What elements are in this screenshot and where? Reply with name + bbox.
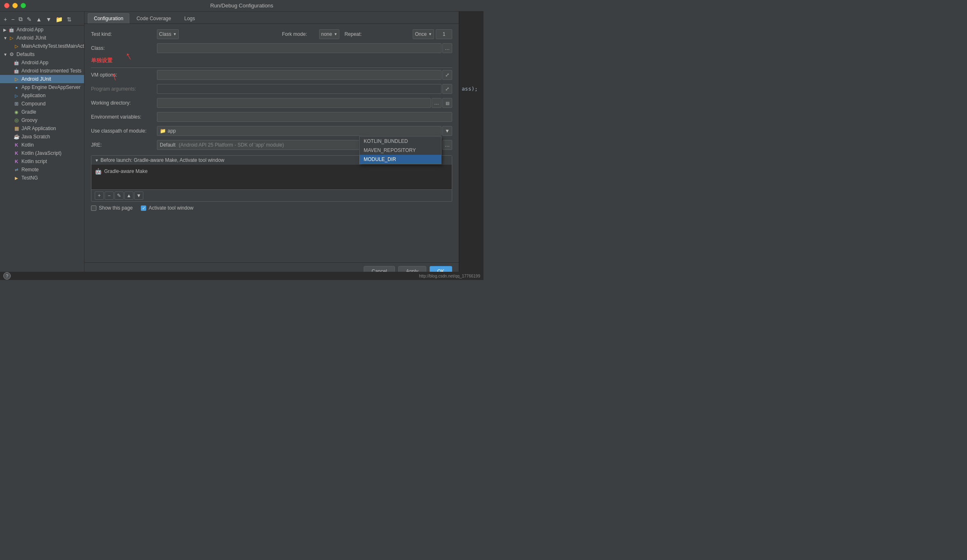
tree-item-app-engine[interactable]: ● App Engine DevAppServer — [0, 83, 84, 91]
tree-item-defaults[interactable]: ▼ ⚙ Defaults — [0, 50, 84, 58]
fork-mode-dropdown[interactable]: none ▼ — [319, 29, 340, 39]
tree-item-testng[interactable]: ▶ TestNG — [0, 174, 84, 182]
gradle-icon-before: 🤖 — [95, 168, 102, 175]
tree-item-mainactivity-test[interactable]: ▷ MainActivityTest.testMainActivity — [0, 42, 84, 50]
before-launch-item-gradle: 🤖 Gradle-aware Make — [95, 167, 448, 175]
tree-item-kotlin[interactable]: K Kotlin — [0, 141, 84, 149]
repeat-count-input[interactable] — [436, 29, 452, 39]
tree-item-kotlin-script[interactable]: K Kotlin script — [0, 157, 84, 166]
classpath-module-arrow[interactable]: ▼ — [442, 126, 452, 136]
tree-item-compound[interactable]: ⊞ Compound — [0, 100, 84, 108]
working-dir-browse-button[interactable]: … — [432, 98, 441, 108]
jre-browse-button[interactable]: … — [442, 140, 452, 150]
tab-code-coverage[interactable]: Code Coverage — [130, 13, 177, 23]
annotation-label-single: 单独设置 — [91, 57, 452, 64]
blog-url: http://blog.csdn.net/qq_17766199 — [419, 274, 480, 278]
show-page-checkbox[interactable] — [91, 205, 96, 211]
minimize-button[interactable] — [12, 3, 18, 8]
groovy-icon: ◎ — [13, 117, 20, 124]
working-dir-input[interactable] — [157, 98, 431, 108]
program-args-expand-button[interactable]: ⤢ — [442, 84, 452, 94]
before-launch-arrow: ▼ — [95, 158, 99, 163]
class-input[interactable] — [157, 43, 441, 53]
class-label: Class: — [91, 45, 157, 51]
tree-item-jar[interactable]: ▦ JAR Application — [0, 124, 84, 133]
show-page-check-item[interactable]: Show this page — [91, 205, 133, 211]
env-vars-label: Environment variables: — [91, 114, 157, 120]
fork-mode-value: none — [321, 31, 332, 37]
bl-up-button[interactable]: ▲ — [124, 191, 133, 200]
env-vars-input[interactable] — [157, 112, 452, 122]
tree-label: Android Instrumented Tests — [21, 68, 82, 74]
add-config-button[interactable]: + — [2, 15, 8, 23]
bl-edit-button[interactable]: ✎ — [114, 191, 124, 200]
popup-item-kotlin-bundled[interactable]: KOTLIN_BUNDLED — [360, 137, 441, 146]
move-up-button[interactable]: ▲ — [35, 15, 43, 23]
gradle-icon: ◉ — [13, 109, 20, 115]
folder-button[interactable]: 📁 — [54, 15, 64, 23]
main-layout: + − ⧉ ✎ ▲ ▼ 📁 ⇅ ▶ 🤖 Android App ▼ ▷ Andr… — [0, 12, 484, 280]
copy-config-button[interactable]: ⧉ — [17, 15, 24, 23]
android-icon: 🤖 — [13, 59, 20, 66]
tree-item-java-scratch[interactable]: ☕ Java Scratch — [0, 133, 84, 141]
class-row: Class: … — [91, 43, 452, 54]
divider-1 — [91, 68, 452, 68]
tab-configuration[interactable]: Configuration — [88, 13, 129, 23]
vm-options-input[interactable] — [157, 70, 441, 80]
repeat-dropdown[interactable]: Once ▼ — [413, 29, 434, 39]
classpath-module-label: Use classpath of module: — [91, 128, 157, 134]
bl-down-button[interactable]: ▼ — [134, 191, 143, 200]
help-button[interactable]: ? — [3, 272, 11, 280]
gradle-make-label: Gradle-aware Make — [104, 168, 147, 174]
tree-label: App Engine DevAppServer — [21, 84, 80, 90]
tree-label: Remote — [21, 167, 39, 173]
move-down-button[interactable]: ▼ — [44, 15, 53, 23]
test-kind-dropdown[interactable]: Class ▼ — [157, 29, 179, 39]
activate-tool-window-checkbox[interactable]: ✓ — [141, 205, 146, 211]
kotlin-script-icon: K — [13, 158, 20, 165]
close-button[interactable] — [4, 3, 9, 8]
tree-label: Java Scratch — [21, 134, 50, 140]
edit-config-button[interactable]: ✎ — [26, 15, 33, 23]
classpath-module-dropdown[interactable]: 📁 app — [157, 126, 441, 136]
folder-icon: 📁 — [160, 128, 166, 134]
program-args-row: Program arguments: ⤢ — [91, 84, 452, 94]
tree-label: Android JUnit — [16, 35, 46, 41]
remote-icon: ⇌ — [13, 166, 20, 173]
dropdown-arrow-repeat: ▼ — [428, 32, 432, 36]
working-dir-macro-button[interactable]: ▤ — [442, 98, 452, 108]
vm-options-expand-button[interactable]: ⤢ — [442, 70, 452, 80]
tree-item-android-app[interactable]: ▶ 🤖 Android App — [0, 26, 84, 34]
defaults-icon: ⚙ — [8, 51, 15, 58]
tree-item-default-android-app[interactable]: 🤖 Android App — [0, 58, 84, 67]
sort-button[interactable]: ⇅ — [65, 15, 73, 23]
tree-item-groovy[interactable]: ◎ Groovy — [0, 116, 84, 124]
tree-label: Android App — [16, 27, 43, 33]
single-config-annotation: 单独设置 — [91, 57, 112, 63]
bl-remove-button[interactable]: − — [105, 191, 114, 200]
activate-tool-window-check-item[interactable]: ✓ Activate tool window — [141, 205, 194, 211]
remove-config-button[interactable]: − — [10, 15, 16, 23]
maximize-button[interactable] — [21, 3, 26, 8]
tree-item-application[interactable]: ▷ Application — [0, 91, 84, 100]
bl-add-button[interactable]: + — [95, 191, 104, 200]
right-panel: Configuration Code Coverage Logs Test ki… — [84, 12, 459, 280]
android-icon: 🤖 — [13, 68, 20, 74]
tree-item-remote[interactable]: ⇌ Remote — [0, 166, 84, 174]
fork-mode-label: Fork mode: — [282, 31, 319, 37]
tree-label: Android App — [21, 60, 48, 65]
tree-item-default-android-junit[interactable]: ▷ Android JUnit — [0, 75, 84, 83]
vm-options-row: VM options: ⤢ — [91, 70, 452, 80]
test-kind-value: Class — [159, 31, 171, 37]
bottom-bar: ? http://blog.csdn.net/qq_17766199 — [0, 272, 484, 280]
tree-item-default-android-instrumented[interactable]: 🤖 Android Instrumented Tests — [0, 67, 84, 75]
bottom-checkboxes: Show this page ✓ Activate tool window — [91, 202, 452, 212]
class-browse-button[interactable]: … — [442, 43, 452, 53]
popup-item-maven-repository[interactable]: MAVEN_REPOSITORY — [360, 146, 441, 155]
tree-item-gradle[interactable]: ◉ Gradle — [0, 108, 84, 116]
popup-item-module-dir[interactable]: MODULE_DIR — [360, 155, 441, 164]
tree-arrow: ▶ — [3, 28, 7, 32]
tree-item-android-junit[interactable]: ▼ ▷ Android JUnit — [0, 34, 84, 42]
tab-logs[interactable]: Logs — [178, 13, 201, 23]
tree-item-kotlin-js[interactable]: K Kotlin (JavaScript) — [0, 149, 84, 157]
